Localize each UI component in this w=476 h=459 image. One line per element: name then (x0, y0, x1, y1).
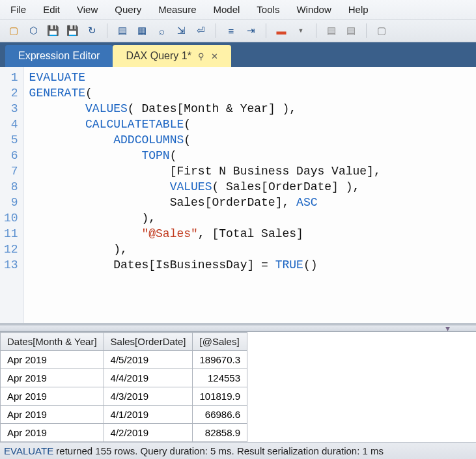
splitter-handle[interactable]: ▾ (0, 325, 476, 331)
indent-icon[interactable]: ≡ (224, 23, 238, 38)
close-icon[interactable]: ✕ (211, 51, 218, 61)
monitor-icon[interactable]: ▢ (374, 23, 389, 38)
grid-icon[interactable]: ▦ (135, 23, 149, 38)
menu-measure[interactable]: Measure (154, 3, 200, 16)
menu-view[interactable]: View (73, 3, 102, 16)
table-row[interactable]: Apr 20194/4/2019124553 (1, 369, 247, 387)
status-text: returned 155 rows. Query duration: 5 ms.… (53, 445, 384, 456)
table-row[interactable]: Apr 20194/1/201966986.6 (1, 406, 247, 424)
menu-help[interactable]: Help (344, 3, 372, 16)
refresh-icon[interactable]: ↻ (85, 23, 99, 38)
run-icon[interactable]: ⏎ (193, 23, 208, 38)
menubar: FileEditViewQueryMeasureModelToolsWindow… (0, 0, 476, 20)
document-icon[interactable]: ▤ (115, 23, 130, 38)
tab-row: Expression Editor DAX Query 1* ⚲ ✕ (0, 42, 476, 67)
table-row[interactable]: Apr 20194/5/2019189670.3 (1, 351, 247, 369)
dropdown-icon[interactable]: ▼ (294, 23, 308, 38)
table-row[interactable]: Apr 20194/3/2019101819.9 (1, 387, 247, 406)
line-gutter: 12345678910111213 (0, 67, 24, 323)
results-grid: Dates[Month & Year]Sales[OrderDate][@Sal… (0, 331, 476, 442)
search-file-icon[interactable]: ⌕ (154, 23, 169, 38)
align-top-icon[interactable]: ▤ (324, 23, 339, 38)
code-editor[interactable]: 12345678910111213 EVALUATEGENERATE( VALU… (0, 67, 476, 325)
align-bottom-icon[interactable]: ▤ (344, 23, 358, 38)
toolbar: ▢ ⬡ 💾 💾 ↻ ▤ ▦ ⌕ ⇲ ⏎ ≡ ⇥ ▬ ▼ ▤ ▤ ▢ (0, 20, 476, 42)
menu-edit[interactable]: Edit (39, 3, 64, 16)
cube-icon[interactable]: ⬡ (26, 23, 40, 38)
save-icon[interactable]: 💾 (46, 23, 60, 38)
menu-query[interactable]: Query (111, 3, 145, 16)
table-row[interactable]: Apr 20194/2/201982858.9 (1, 424, 247, 442)
status-bar: EVALUATE returned 155 rows. Query durati… (0, 442, 476, 459)
pin-icon[interactable]: ⚲ (198, 51, 204, 61)
menu-tools[interactable]: Tools (253, 3, 283, 16)
open-icon[interactable]: ▢ (7, 23, 21, 38)
code-body[interactable]: EVALUATEGENERATE( VALUES( Dates[Month & … (24, 67, 386, 323)
save-all-icon[interactable]: 💾 (65, 23, 79, 38)
column-header[interactable]: [@Sales] (193, 333, 247, 351)
diagram-icon[interactable]: ⇲ (174, 23, 188, 38)
tab-label: Expression Editor (18, 50, 100, 62)
tab-label: DAX Query 1* (126, 50, 191, 62)
outdent-icon[interactable]: ⇥ (244, 23, 258, 38)
format-icon[interactable]: ▬ (274, 23, 288, 38)
tab-expression-editor[interactable]: Expression Editor (5, 45, 113, 67)
status-keyword: EVALUATE (4, 445, 53, 456)
menu-model[interactable]: Model (210, 3, 244, 16)
column-header[interactable]: Sales[OrderDate] (104, 333, 193, 351)
menu-file[interactable]: File (7, 3, 30, 16)
column-header[interactable]: Dates[Month & Year] (1, 333, 104, 351)
menu-window[interactable]: Window (292, 3, 335, 16)
tab-dax-query[interactable]: DAX Query 1* ⚲ ✕ (113, 45, 231, 67)
